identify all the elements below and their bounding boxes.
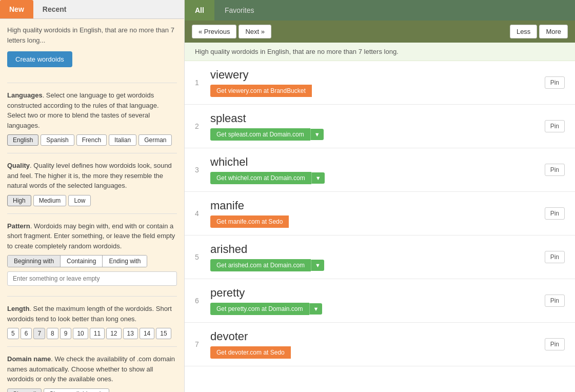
wordoid-content: viewery Get viewery.com at BrandBucket xyxy=(210,68,545,97)
wordoid-content: arished Get arished.com at Domain.com ▼ xyxy=(210,243,545,271)
languages-label: Languages. Select one language to get wo… xyxy=(7,90,177,130)
nav-left: « Previous Next » xyxy=(192,25,271,38)
wordoid-name: manife xyxy=(210,199,545,212)
pattern-tabs: Beginning with Containing Ending with xyxy=(7,255,147,267)
wordoid-number: 1 xyxy=(195,79,210,87)
length-13[interactable]: 13 xyxy=(123,328,138,339)
action-button-4[interactable]: Get manife.com at Sedo xyxy=(210,215,289,228)
quality-high[interactable]: High xyxy=(7,195,31,206)
wordoid-number: 2 xyxy=(195,122,210,130)
length-label: Length. Set the maximum length of the wo… xyxy=(7,304,177,324)
table-row: 6 peretty Get peretty.com at Domain.com … xyxy=(185,279,575,323)
action-button-2[interactable]: Get spleast.com at Domain.com xyxy=(210,128,310,141)
right-header-tabs: All Favorites xyxy=(185,0,575,21)
pattern-ending[interactable]: Ending with xyxy=(103,256,147,267)
wordoid-number: 5 xyxy=(195,253,210,261)
action-dropdown-2[interactable]: ▼ xyxy=(310,129,324,140)
length-15[interactable]: 15 xyxy=(156,328,171,339)
length-11[interactable]: 11 xyxy=(90,328,105,339)
length-7[interactable]: 7 xyxy=(33,328,45,339)
quality-medium[interactable]: Medium xyxy=(33,195,67,206)
table-row: 7 devoter Get devoter.com at Sedo Pin xyxy=(185,323,575,366)
wordoid-content: whichel Get whichel.com at Domain.com ▼ xyxy=(210,155,545,184)
table-row: 4 manife Get manife.com at Sedo Pin xyxy=(185,192,575,236)
action-button-3[interactable]: Get whichel.com at Domain.com xyxy=(210,172,311,184)
divider-4 xyxy=(7,296,177,297)
lang-english[interactable]: English xyxy=(7,134,38,146)
action-button-5[interactable]: Get arished.com at Domain.com xyxy=(210,259,311,271)
wordoid-name: viewery xyxy=(210,68,545,82)
create-wordoids-button[interactable]: Create wordoids xyxy=(7,51,72,67)
length-14[interactable]: 14 xyxy=(140,328,154,339)
more-button[interactable]: More xyxy=(539,25,568,38)
summary-text: High quality wordoids in English, that a… xyxy=(195,48,399,55)
pin-button-6[interactable]: Pin xyxy=(545,295,565,307)
wordoid-action: Get viewery.com at BrandBucket xyxy=(210,85,312,97)
description-text: High quality wordoids in English, that a… xyxy=(7,25,177,45)
next-button[interactable]: Next » xyxy=(239,25,271,38)
action-dropdown-5[interactable]: ▼ xyxy=(311,260,324,271)
lang-italian[interactable]: Italian xyxy=(109,134,136,146)
previous-button[interactable]: « Previous xyxy=(192,25,236,38)
domain-buttons: Show all Show available only xyxy=(7,388,177,393)
pattern-label: Pattern. Wordoids may begin with, end wi… xyxy=(7,221,177,251)
lang-spanish[interactable]: Spanish xyxy=(41,134,74,146)
wordoid-number: 4 xyxy=(195,209,210,218)
domain-show-all[interactable]: Show all xyxy=(7,388,42,393)
action-button-7[interactable]: Get devoter.com at Sedo xyxy=(210,346,291,359)
action-button-6[interactable]: Get peretty.com at Domain.com xyxy=(210,303,309,315)
pattern-containing[interactable]: Containing xyxy=(61,256,103,267)
tab-recent[interactable]: Recent xyxy=(33,0,76,18)
top-tabs: New Recent xyxy=(0,0,184,19)
wordoid-action: Get devoter.com at Sedo xyxy=(210,346,291,359)
right-panel: All Favorites « Previous Next » Less Mor… xyxy=(185,0,575,392)
lang-french[interactable]: French xyxy=(76,134,107,146)
wordoid-action: Get spleast.com at Domain.com ▼ xyxy=(210,128,324,141)
length-buttons: 5 6 7 8 9 10 11 12 13 14 15 xyxy=(7,328,177,339)
wordoid-number: 6 xyxy=(195,297,210,305)
wordoid-number: 3 xyxy=(195,166,210,174)
length-5[interactable]: 5 xyxy=(7,328,19,339)
pin-button-5[interactable]: Pin xyxy=(545,251,565,263)
table-row: 5 arished Get arished.com at Domain.com … xyxy=(185,236,575,279)
wordoid-name: spleast xyxy=(210,112,545,125)
tab-favorites[interactable]: Favorites xyxy=(214,0,265,21)
lang-german[interactable]: German xyxy=(138,134,172,146)
language-buttons: English Spanish French Italian German xyxy=(7,134,177,146)
length-10[interactable]: 10 xyxy=(73,328,88,339)
wordoid-name: devoter xyxy=(210,330,545,343)
quality-label: Quality. Quality level defines how wordo… xyxy=(7,161,177,191)
domain-available-only[interactable]: Show available only xyxy=(44,388,109,393)
divider-1 xyxy=(7,83,177,83)
pin-button-2[interactable]: Pin xyxy=(545,120,565,132)
divider-2 xyxy=(7,153,177,153)
wordoid-content: spleast Get spleast.com at Domain.com ▼ xyxy=(210,112,545,141)
action-dropdown-6[interactable]: ▼ xyxy=(309,303,323,315)
pin-button-3[interactable]: Pin xyxy=(545,164,565,176)
tab-new[interactable]: New xyxy=(0,0,33,18)
wordoid-content: manife Get manife.com at Sedo xyxy=(210,199,545,228)
quality-low[interactable]: Low xyxy=(68,195,91,206)
pin-button-4[interactable]: Pin xyxy=(545,207,565,220)
less-button[interactable]: Less xyxy=(510,25,537,38)
pin-button-1[interactable]: Pin xyxy=(545,76,565,89)
pin-button-7[interactable]: Pin xyxy=(545,338,565,350)
tab-all[interactable]: All xyxy=(185,0,214,21)
length-8[interactable]: 8 xyxy=(47,328,58,339)
action-button-1[interactable]: Get viewery.com at BrandBucket xyxy=(210,85,312,97)
wordoid-content: peretty Get peretty.com at Domain.com ▼ xyxy=(210,286,545,315)
pattern-beginning[interactable]: Beginning with xyxy=(8,256,61,267)
table-row: 3 whichel Get whichel.com at Domain.com … xyxy=(185,148,575,192)
nav-right: Less More xyxy=(510,25,568,38)
wordoid-content: devoter Get devoter.com at Sedo xyxy=(210,330,545,359)
wordoid-action: Get peretty.com at Domain.com ▼ xyxy=(210,303,322,315)
action-dropdown-3[interactable]: ▼ xyxy=(311,172,325,184)
length-12[interactable]: 12 xyxy=(106,328,121,339)
pattern-input[interactable] xyxy=(7,271,177,286)
wordoid-action: Get arished.com at Domain.com ▼ xyxy=(210,259,324,271)
length-9[interactable]: 9 xyxy=(60,328,72,339)
length-6[interactable]: 6 xyxy=(21,328,32,339)
table-row: 1 viewery Get viewery.com at BrandBucket… xyxy=(185,61,575,105)
wordoid-number: 7 xyxy=(195,340,210,348)
divider-5 xyxy=(7,346,177,347)
